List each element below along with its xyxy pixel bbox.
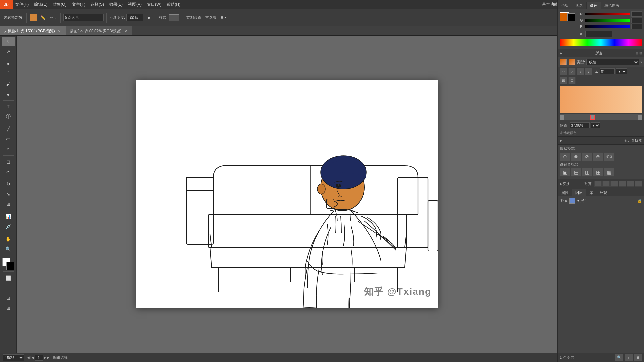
tab-illustration[interactable]: 插图2.ai @ 66.67% (RGB/预览) ✕ [66,26,133,35]
selection-tool[interactable]: ↖ [2,37,15,46]
gradient-swatch-2[interactable] [569,59,575,65]
tab-swatch[interactable]: 色板 [558,2,572,9]
canvas-area[interactable]: 知乎 @Txiang [17,36,557,353]
ellipse-tool[interactable]: ○ [2,144,15,154]
preferences-button[interactable]: 首选项 [204,14,218,21]
gradient-icon-2[interactable]: ↗ [568,68,576,75]
layer-row-1[interactable]: 👁 ▶ 图层 1 🔒 [558,196,644,205]
opacity-arrow-icon[interactable]: ▶ [145,13,153,22]
gradient-icon-3[interactable]: ↕ [577,68,584,75]
rectangle-tool[interactable]: ▭ [2,134,15,144]
g-slider[interactable] [585,19,630,22]
chart-tool[interactable]: 📊 [2,212,15,221]
touch-type-tool[interactable]: Ⓣ [2,112,15,121]
layer-expand-icon[interactable]: ▶ [565,199,568,203]
transform-panel-header[interactable]: ▶ 变换 对齐 [558,179,644,188]
tab-untitled[interactable]: 未标题-1* @ 150% (RGB/预览) ✕ [0,26,66,35]
tab-properties[interactable]: 属性 [558,189,572,196]
tab-untitled-close[interactable]: ✕ [57,28,62,33]
background-color[interactable] [6,262,14,270]
menu-effect[interactable]: 效果(E) [107,0,125,9]
color-block[interactable] [2,258,14,270]
align-icon-1[interactable] [594,181,602,187]
page-left-btn[interactable]: |◀ [30,356,34,359]
draw-inside-mode[interactable]: ⊡ [2,293,15,303]
menu-help[interactable]: 帮助(H) [164,0,183,9]
shape-mode-btn-2[interactable]: ⊗ [571,152,581,161]
pf-btn-2[interactable]: ▤ [571,168,581,177]
align-icon-4[interactable] [619,181,626,187]
fill-color-swatch[interactable] [30,14,37,21]
color-spectrum[interactable] [560,39,642,46]
pf-btn-5[interactable]: ▧ [604,168,614,177]
menu-file[interactable]: 文件(F) [13,0,31,9]
menu-object[interactable]: 对象(O) [50,0,69,9]
align-icon-3[interactable] [610,181,618,187]
style-swatch[interactable] [169,14,179,21]
gradient-icon-4[interactable]: ↙ [585,68,592,75]
shape-mode-btn-4[interactable]: ⊛ [593,152,603,161]
shape-mode-btn-1[interactable]: ⊕ [560,152,570,161]
arrange-icon[interactable]: ⊞ ▾ [219,15,228,20]
gradient-icon-1[interactable]: ↔ [560,68,567,75]
curvature-tool[interactable]: ⌒ [2,69,15,79]
stroke-width-input[interactable] [63,14,104,21]
b-value[interactable] [631,24,642,29]
variable-width-icon[interactable]: 〰 ▾ [48,15,58,20]
eyedropper-tool[interactable]: 💉 [2,222,15,231]
normal-draw-mode[interactable]: ⬜ [2,273,15,283]
stroke-indicator[interactable] [567,13,575,21]
gradient-slider-track[interactable] [560,114,642,120]
tab-color-ref[interactable]: 颜色参考 [601,2,623,9]
page-number-input[interactable] [35,355,43,361]
add-layer-btn[interactable]: + [625,354,633,361]
layer-name-1[interactable]: 图层 1 [577,198,636,203]
align-icon-6[interactable] [635,181,642,187]
pf-btn-1[interactable]: ▣ [560,168,570,177]
r-value[interactable] [631,11,642,17]
align-icon-2[interactable] [602,181,610,187]
gradient-swatch-1[interactable] [560,59,567,65]
blob-brush-tool[interactable]: ● [2,89,15,99]
angle-select[interactable]: ▾ [616,68,627,74]
free-transform-tool[interactable]: ⊞ [2,199,15,209]
shape-mode-btn-3[interactable]: ⊘ [582,152,592,161]
pf-btn-4[interactable]: ▦ [593,168,603,177]
draw-behind-mode[interactable]: ⬚ [2,283,15,293]
gradient-panel-icon-2[interactable]: ⊟ [639,51,642,55]
direct-selection-tool[interactable]: ↗ [2,47,15,56]
gradient-stop-right[interactable] [638,115,642,120]
page-right-btn[interactable]: ▶| [47,356,51,359]
gradient-stop-selected[interactable] [590,115,595,120]
selection-tool-label[interactable]: 未选择对象 [3,14,24,21]
next-page-btn[interactable]: ▶ [44,356,46,359]
tab-appearance[interactable]: 外观 [596,189,610,196]
layers-panel-menu[interactable]: ☰ [638,192,644,196]
menu-select[interactable]: 选择(S) [88,0,107,9]
document-settings-button[interactable]: 文档设置 [185,14,203,21]
find-layer-btn[interactable]: 🔍 [615,354,623,361]
gradient-type-select[interactable]: 线性 径向 [586,59,639,65]
menu-window[interactable]: 窗口(W) [144,0,164,9]
opacity-input[interactable] [126,14,143,21]
tab-color[interactable]: 颜色 [587,2,601,9]
gradient-menu-icon[interactable]: ▾ [640,60,642,64]
pen-tool[interactable]: ✒ [2,59,15,69]
menu-text[interactable]: 文字(T) [69,0,88,9]
pf-btn-3[interactable]: ▥ [582,168,592,177]
eraser-tool[interactable]: ◻ [2,157,15,166]
line-tool[interactable]: ╱ [2,124,15,134]
gradient-mode-2[interactable]: ⊡ [568,77,576,84]
gradient-finder-header[interactable]: ▶ 渐近查找器 [558,137,644,145]
gradient-mode-1[interactable]: ⊞ [560,77,567,84]
gradient-stop-left[interactable] [560,115,564,120]
menu-view[interactable]: 视图(V) [125,0,144,9]
gradient-panel-icon-1[interactable]: ⊞ [636,51,638,55]
menu-edit[interactable]: 编辑(E) [31,0,50,9]
type-tool[interactable]: T [2,102,15,111]
b-slider[interactable] [585,25,630,28]
zoom-select[interactable]: 150% 100% 66.67% [3,354,24,361]
align-icon-5[interactable] [627,181,634,187]
position-input[interactable] [570,122,590,128]
hex-input[interactable] [585,31,612,37]
